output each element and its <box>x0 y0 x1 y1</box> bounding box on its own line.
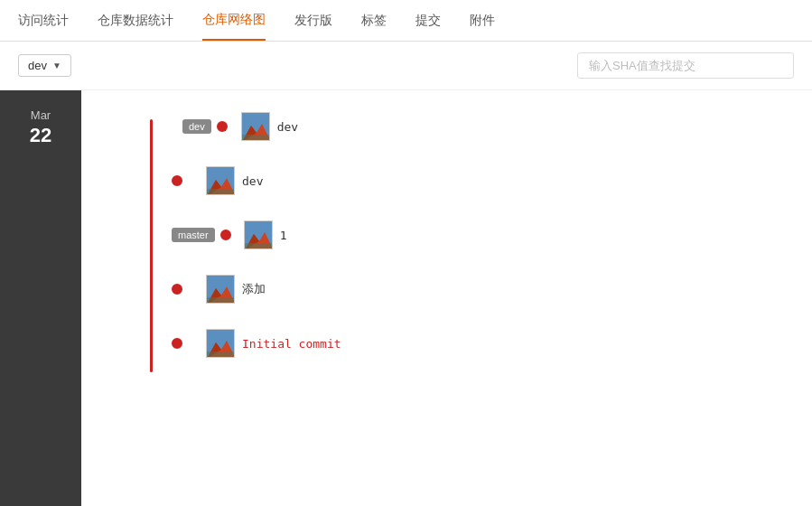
chevron-down-icon: ▼ <box>52 61 61 70</box>
commit-thumbnail[interactable] <box>241 112 270 141</box>
graph-area: dev ◄ dev <box>81 90 812 506</box>
commit-row: dev ◄ dev <box>172 112 794 141</box>
nav-network-graph[interactable]: 仓库网络图 <box>202 1 266 41</box>
commit-message: 1 <box>280 229 287 242</box>
sha-input[interactable] <box>577 52 794 79</box>
svg-rect-7 <box>207 189 235 195</box>
commit-message: dev <box>277 120 298 134</box>
svg-rect-11 <box>245 243 273 249</box>
main-content: Mar 22 dev ◄ <box>0 90 812 506</box>
commit-thumbnail[interactable] <box>244 220 273 249</box>
nav-attachments[interactable]: 附件 <box>470 2 495 40</box>
commit-dot <box>172 175 182 186</box>
branch-line <box>150 119 153 372</box>
commit-dot <box>172 284 182 295</box>
nav-releases[interactable]: 发行版 <box>294 2 332 40</box>
nav-repo-stats[interactable]: 仓库数据统计 <box>98 2 173 40</box>
dev-branch-label: dev <box>182 119 211 134</box>
commit-dot <box>217 121 228 132</box>
commit-message: dev <box>242 174 263 188</box>
svg-rect-19 <box>207 351 235 358</box>
network-graph: dev ◄ dev <box>99 112 794 358</box>
nav-tags[interactable]: 标签 <box>361 2 387 40</box>
toolbar: dev ▼ <box>0 42 812 90</box>
commit-message: Initial commit <box>242 337 341 351</box>
nav-visit-stats[interactable]: 访问统计 <box>18 2 69 40</box>
commit-thumbnail[interactable] <box>206 166 235 195</box>
commit-dot <box>220 230 231 240</box>
commit-row: master 1 <box>172 220 794 249</box>
svg-rect-15 <box>207 297 235 304</box>
commit-row: 添加 <box>172 275 794 304</box>
date-month: Mar <box>31 108 51 122</box>
branch-name: dev <box>28 59 47 72</box>
commit-row: dev <box>172 166 794 195</box>
date-sidebar: Mar 22 <box>0 90 81 506</box>
date-day: 22 <box>30 124 51 147</box>
commit-thumbnail[interactable] <box>206 275 235 304</box>
commit-row: Initial commit <box>172 329 794 358</box>
branch-selector[interactable]: dev ▼ <box>18 54 71 77</box>
top-nav: 访问统计 仓库数据统计 仓库网络图 发行版 标签 提交 附件 <box>0 0 812 42</box>
commit-thumbnail[interactable] <box>206 329 235 358</box>
master-branch-label: master <box>172 228 215 242</box>
commit-message: 添加 <box>242 281 266 297</box>
nav-commits[interactable]: 提交 <box>415 2 441 40</box>
svg-rect-3 <box>242 135 270 141</box>
commit-dot <box>172 338 182 349</box>
